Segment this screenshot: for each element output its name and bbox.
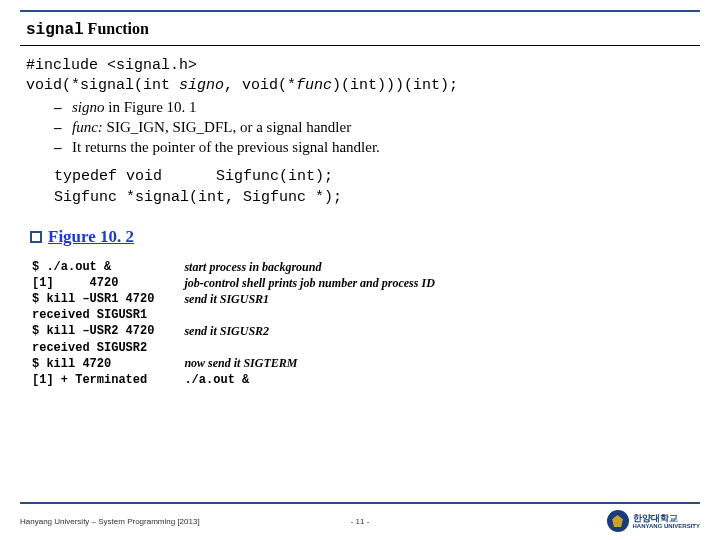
content: #include <signal.h> void(*signal(int sig… [20,56,700,388]
b3-rest: It returns the pointer of the previous s… [72,139,380,155]
hanyang-logo: 한양대학교 HANYANG UNIVERSITY [607,510,700,532]
tr3 [184,307,434,323]
terminal-example: $ ./a.out & [1] 4720 $ kill –USR1 4720 r… [26,257,694,389]
footer: Hanyang University – System Programming … [20,502,700,532]
dash-icon: – [54,97,72,117]
title-rule [20,45,700,46]
decl-c: , void(* [224,77,296,94]
b1-italic: signo [72,99,105,115]
logo-kr: 한양대학교 [633,514,700,523]
logo-lion-icon [612,515,624,527]
logo-en: HANYANG UNIVERSITY [633,523,700,529]
tr0: start process in background [184,259,434,275]
decl-func: func [296,77,332,94]
top-rule [20,10,700,12]
figure-link[interactable]: Figure 10. 2 [48,227,134,246]
bullet-1: – signo in Figure 10. 1 [54,97,694,117]
include-line: #include <signal.h> [26,56,694,76]
dash-icon: – [54,117,72,137]
terminal-left: $ ./a.out & [1] 4720 $ kill –USR1 4720 r… [32,259,154,389]
decl-e: )(int)))(int); [332,77,458,94]
logo-badge-icon [607,510,629,532]
b1-rest: in Figure 10. 1 [105,99,197,115]
tr1: job-control shell prints job number and … [184,275,434,291]
slide: signal Function #include <signal.h> void… [0,0,720,540]
square-bullet-icon [30,231,42,243]
page-number: - 11 - [351,517,370,526]
tr2: send it SIGUSR1 [184,291,434,307]
bullet-2: – func: SIG_IGN, SIG_DFL, or a signal ha… [54,117,694,137]
dash-icon: – [54,137,72,157]
figure-heading: Figure 10. 2 [26,218,694,257]
tr5 [184,339,434,355]
tr4: send it SIGUSR2 [184,323,434,339]
bullet-3: – It returns the pointer of the previous… [54,137,694,157]
b2-rest: SIG_IGN, SIG_DFL, or a signal handler [103,119,351,135]
signal-decl: void(*signal(int signo, void(*func)(int)… [26,76,694,96]
title-mono: signal [26,21,84,39]
tr6: now send it SIGTERM [184,355,434,371]
b2-italic: func: [72,119,103,135]
typedef-block: typedef void Sigfunc(int); Sigfunc *sign… [26,157,694,218]
footer-left: Hanyang University – System Programming … [20,517,200,526]
slide-title: signal Function [20,18,700,45]
decl-signo: signo [179,77,224,94]
decl-a: void(*signal(int [26,77,179,94]
terminal-right: start process in background job-control … [184,259,434,389]
title-rest: Function [84,20,149,37]
tr7: ./a.out & [184,372,434,388]
bullet-list: – signo in Figure 10. 1 – func: SIG_IGN,… [26,97,694,158]
